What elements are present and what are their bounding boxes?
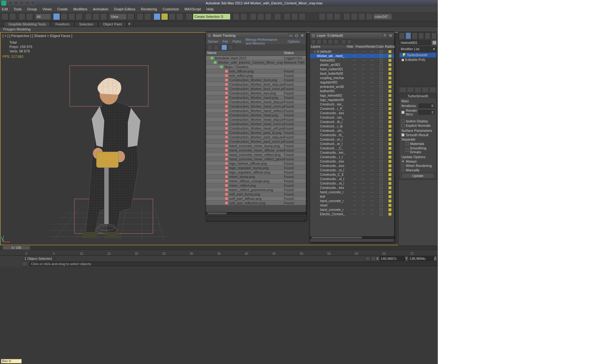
layer-row[interactable]: protracted_arc00———: [310, 84, 394, 89]
asset-row[interactable]: Autodesk Vault 2012Logged Out ...: [206, 56, 306, 60]
asset-row[interactable]: mixer_reflect.pngFound: [206, 183, 306, 188]
layer-row[interactable]: back_butterfly00———: [310, 71, 394, 76]
asset-row[interactable]: hand_concrete_mixer_reflect_glossiness.p…: [206, 157, 306, 161]
layer-list[interactable]: ✓ 0 (default)———Worker_wit…ment_———Helme…: [310, 49, 394, 236]
asset-minimize[interactable]: —: [288, 33, 293, 38]
layer-row[interactable]: Constructio…ot_l———: [310, 177, 394, 181]
use-center-button[interactable]: [127, 13, 134, 20]
menu-help[interactable]: Help: [207, 7, 214, 11]
asset-row[interactable]: Construction_Worker_pant_bl.pngFound: [206, 131, 306, 135]
layer-hide[interactable]: [341, 39, 346, 44]
layer-row[interactable]: Constructi…_C_———: [310, 146, 394, 150]
tab-motion[interactable]: [418, 32, 424, 39]
tab-modify[interactable]: [405, 32, 411, 39]
layer-row[interactable]: Constructio…ker_———: [310, 150, 394, 155]
object-color-swatch[interactable]: [432, 40, 437, 45]
layer-row[interactable]: coupling_mechar———: [310, 76, 394, 80]
layer-row[interactable]: Worker_wit…ment_———: [310, 54, 394, 58]
selection-lock-toggle[interactable]: [365, 256, 370, 261]
asset-row[interactable]: Construction_Worker_head.pngFound: [206, 113, 306, 117]
menu-edit[interactable]: Edit: [2, 7, 8, 11]
asset-hscroll[interactable]: [206, 212, 306, 215]
asset-row[interactable]: Construction_Worker_eye.pngFound: [206, 91, 306, 95]
layer-new[interactable]: [311, 39, 316, 44]
layer-row[interactable]: foam_rubber001———: [310, 67, 394, 71]
menu-views[interactable]: Views: [42, 7, 52, 11]
layer-select[interactable]: [328, 39, 333, 44]
layer-row[interactable]: bolt———: [310, 194, 394, 199]
modifier-list-dropdown[interactable]: Modifier List: [399, 46, 437, 52]
asset-tb-table[interactable]: [228, 45, 233, 50]
layer-manager-button[interactable]: [250, 13, 257, 20]
layer-add[interactable]: [322, 39, 327, 44]
asset-menu-server[interactable]: Server: [208, 40, 218, 43]
asset-tb-refresh[interactable]: [207, 45, 213, 50]
extra-tool-6[interactable]: [358, 13, 365, 20]
show-end-result[interactable]: [407, 87, 414, 93]
tab-objectpaint[interactable]: Object Paint: [98, 21, 127, 27]
qat-undo[interactable]: [25, 1, 30, 5]
layer-row[interactable]: hand_concrete_r———: [310, 199, 394, 203]
keyboard-shortcut-button[interactable]: [144, 13, 151, 20]
window-crossing-button[interactable]: [76, 13, 83, 20]
layer-row[interactable]: hand_concrete_r———: [310, 190, 394, 194]
ribbon-expand[interactable]: ▾: [127, 21, 133, 27]
asset-status-field[interactable]: [207, 216, 305, 221]
make-unique[interactable]: [415, 87, 421, 93]
extra-tool-2[interactable]: [326, 13, 333, 20]
spinner-snap-button[interactable]: [176, 13, 183, 20]
asset-row[interactable]: Construction_Worker_hand_reflect.pngFoun…: [206, 109, 306, 113]
layer-row[interactable]: Constructi…ker_———: [310, 102, 394, 106]
schematic-view-button[interactable]: [265, 13, 272, 20]
qat-redo[interactable]: [31, 1, 35, 5]
coord-y[interactable]: 130,9894c: [409, 256, 434, 261]
layer-delete[interactable]: [317, 39, 322, 44]
prompt-toggle-icon[interactable]: [22, 262, 27, 266]
layer-row[interactable]: Constructio…kes———: [310, 111, 394, 115]
edit-named-sel-button[interactable]: [186, 13, 193, 20]
asset-row[interactable]: mixer_reflect_gossiness.pngFound: [206, 188, 306, 192]
layer-row[interactable]: Constructio…r_t———: [310, 155, 394, 159]
layer-row[interactable]: Constructio…kes———: [310, 159, 394, 163]
extra-tool-3[interactable]: [334, 13, 341, 20]
layer-row[interactable]: hand_concrete_r———: [310, 207, 394, 212]
asset-row[interactable]: Construction_Worker_boot_disp.pngFound: [206, 82, 306, 87]
menu-modifiers[interactable]: Modifiers: [73, 7, 87, 11]
select-manipulate-button[interactable]: [137, 13, 144, 20]
layer-row[interactable]: ✓ 0 (default)———: [310, 49, 394, 54]
snap-2d-button[interactable]: [154, 13, 160, 20]
select-name-button[interactable]: [61, 13, 68, 20]
update-always-radio[interactable]: [401, 160, 405, 163]
asset-row[interactable]: logo_regulator_diffuse.pngFound: [206, 170, 306, 174]
asset-close[interactable]: ✕: [300, 33, 305, 38]
layer-row[interactable]: Constructio_C_E———: [310, 172, 394, 177]
asset-row[interactable]: logo_helmet_diffuse.pngFound: [206, 161, 306, 166]
layer-row[interactable]: leather001———: [310, 89, 394, 93]
rollout-header[interactable]: TurboSmooth: [399, 94, 436, 98]
select-region-button[interactable]: [68, 13, 75, 20]
layer-row[interactable]: Constructi…um_———: [310, 128, 394, 133]
named-selection-dropdown[interactable]: Create Selection S: [193, 13, 231, 20]
qat-new[interactable]: [8, 1, 13, 5]
viewport-label[interactable]: [ + ] [ Perspective ] [ Shaded + Edged F…: [3, 34, 72, 38]
object-name-field[interactable]: Helmet001: [399, 40, 431, 45]
sep-smoothgrp-check[interactable]: [406, 148, 409, 152]
tab-graphite[interactable]: Graphite Modeling Tools: [4, 21, 50, 27]
color-swatch-dropdown[interactable]: color247: [373, 13, 392, 20]
layer-row[interactable]: Constructi…r_te———: [310, 124, 394, 128]
modifier-editablepoly[interactable]: ◼ Editable Poly: [399, 57, 436, 62]
maxscript-listener[interactable]: Max to Physc.: [1, 359, 22, 363]
menu-customize[interactable]: Customize: [163, 7, 179, 11]
coord-x[interactable]: 140,9667c: [380, 256, 405, 261]
asset-menu-paths[interactable]: Paths: [232, 40, 241, 43]
asset-row[interactable]: mixer_diffuse_orange.pngFound: [206, 179, 306, 183]
qat-save[interactable]: [19, 1, 24, 5]
menu-rendering[interactable]: Rendering: [141, 7, 157, 11]
tab-hierarchy[interactable]: [412, 32, 418, 39]
asset-tb-highlight[interactable]: [213, 45, 219, 50]
render-iters-check[interactable]: [401, 111, 405, 114]
isoline-check[interactable]: [401, 120, 405, 123]
render-iters-spinner[interactable]: 2: [419, 110, 434, 115]
layer-row[interactable]: Constructi…um_———: [310, 115, 394, 120]
smooth-result-check[interactable]: [401, 133, 405, 136]
